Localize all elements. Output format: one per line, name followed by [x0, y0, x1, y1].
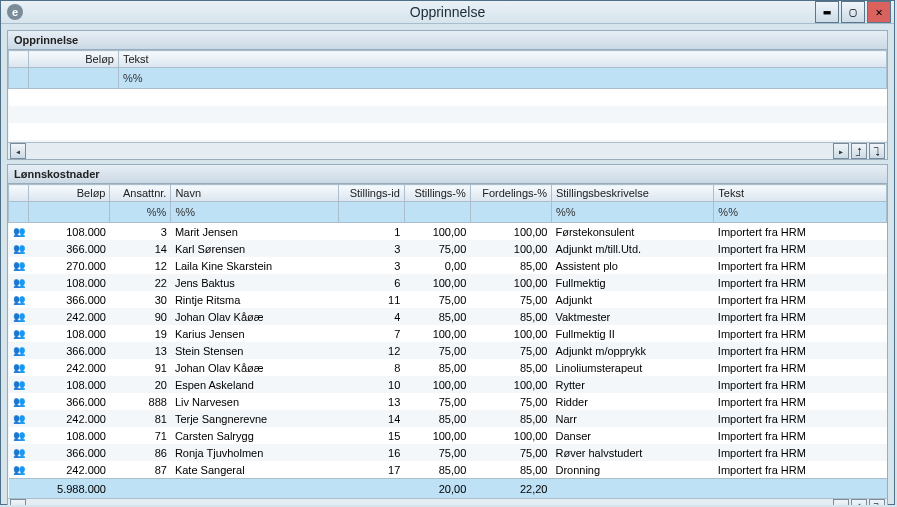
panel-opprinnelse: Opprinnelse Beløp Tekst — [7, 30, 888, 160]
persons-icon: 👥 — [9, 257, 29, 274]
col-header-tekst[interactable]: Tekst — [119, 51, 887, 68]
table-row[interactable]: 👥270.00012Laila Kine Skarstein30,0085,00… — [9, 257, 887, 274]
table-row — [9, 123, 887, 140]
col-header-fordelingspct[interactable]: Fordelings-% — [470, 185, 551, 202]
expand-down-icon[interactable]: ⮧ — [869, 143, 885, 159]
scroll-left-icon[interactable]: ◂ — [10, 499, 26, 505]
persons-icon: 👥 — [9, 410, 29, 427]
close-button[interactable]: ✕ — [867, 1, 891, 23]
table-row[interactable]: 👥108.00020Espen Askeland10100,00100,00Ry… — [9, 376, 887, 393]
persons-icon: 👥 — [9, 427, 29, 444]
panel-lonnskostnader: Lønnskostnader — [7, 164, 888, 505]
scroll-right-icon[interactable]: ▸ — [833, 499, 849, 505]
collapse-up-icon[interactable]: ⮥ — [851, 499, 867, 505]
content-wrap: Opprinnelse Beløp Tekst — [1, 24, 894, 505]
grid-opprinnelse-filter-row[interactable]: %% — [9, 68, 887, 89]
filter-belop[interactable] — [29, 68, 119, 89]
table-row[interactable]: 👥242.00087Kate Sangeral1785,0085,00Dronn… — [9, 461, 887, 479]
persons-icon: 👥 — [9, 376, 29, 393]
persons-icon: 👥 — [9, 274, 29, 291]
persons-icon: 👥 — [9, 342, 29, 359]
table-row — [9, 89, 887, 107]
persons-icon: 👥 — [9, 325, 29, 342]
table-row[interactable]: 👥366.00086Ronja Tjuvholmen1675,0075,00Rø… — [9, 444, 887, 461]
maximize-button[interactable]: ▢ — [841, 1, 865, 23]
grid-opprinnelse[interactable]: Beløp Tekst %% — [8, 50, 887, 142]
minimize-button[interactable]: ▬ — [815, 1, 839, 23]
panel-opprinnelse-title: Opprinnelse — [8, 31, 887, 50]
table-row[interactable]: 👥242.00081Terje Sangnerevne1485,0085,00N… — [9, 410, 887, 427]
scroll-right-icon[interactable]: ▸ — [833, 143, 849, 159]
col-header-navn[interactable]: Navn — [171, 185, 338, 202]
col-header-stillingsbeskrivelse[interactable]: Stillingsbeskrivelse — [551, 185, 713, 202]
persons-icon: 👥 — [9, 308, 29, 325]
table-row[interactable]: 👥366.00013Stein Stensen1275,0075,00Adjun… — [9, 342, 887, 359]
app-window: e Opprinnelse ▬ ▢ ✕ Opprinnelse Beløp — [0, 0, 895, 505]
persons-icon: 👥 — [9, 291, 29, 308]
col-header-ansattnr[interactable]: Ansattnr. — [110, 185, 171, 202]
col-header-icon[interactable] — [9, 51, 29, 68]
filter-tekst[interactable]: %% — [119, 68, 887, 89]
col-header-stillingspct[interactable]: Stillings-% — [404, 185, 470, 202]
table-row[interactable]: 👥108.00071Carsten Salrygg15100,00100,00D… — [9, 427, 887, 444]
grid-opprinnelse-header-row[interactable]: Beløp Tekst — [9, 51, 887, 68]
grid-lonnskostnader[interactable]: Beløp Ansattnr. Navn Stillings-id Stilli… — [8, 184, 887, 498]
table-row[interactable]: 👥366.000888Liv Narvesen1375,0075,00Ridde… — [9, 393, 887, 410]
table-row[interactable]: 👥108.00019Karius Jensen7100,00100,00Full… — [9, 325, 887, 342]
persons-icon: 👥 — [9, 240, 29, 257]
col-header-stillingsid[interactable]: Stillings-id — [338, 185, 404, 202]
col-header-belop[interactable]: Beløp — [29, 51, 119, 68]
hscrollbar-top[interactable]: ◂ ▸ ⮥ ⮧ — [8, 142, 887, 159]
window-title: Opprinnelse — [1, 4, 894, 20]
persons-icon: 👥 — [9, 223, 29, 241]
hscrollbar-bottom[interactable]: ◂ ▸ ⮥ ⮧ — [8, 498, 887, 505]
table-row[interactable]: 👥242.00090Johan Olav Kåøæ485,0085,00Vakt… — [9, 308, 887, 325]
grid-lonnskostnader-header-row[interactable]: Beløp Ansattnr. Navn Stillings-id Stilli… — [9, 185, 887, 202]
persons-icon: 👥 — [9, 393, 29, 410]
table-row[interactable]: 👥242.00091Johan Olav Kåøæ885,0085,00Lino… — [9, 359, 887, 376]
panel-lonnskostnader-title: Lønnskostnader — [8, 165, 887, 184]
table-row[interactable]: 👥366.00030Rintje Ritsma1175,0075,00Adjun… — [9, 291, 887, 308]
persons-icon: 👥 — [9, 444, 29, 461]
scroll-left-icon[interactable]: ◂ — [10, 143, 26, 159]
window-controls: ▬ ▢ ✕ — [815, 1, 894, 23]
table-row[interactable]: 👥366.00014Karl Sørensen375,00100,00Adjun… — [9, 240, 887, 257]
persons-icon: 👥 — [9, 359, 29, 376]
expand-down-icon[interactable]: ⮧ — [869, 499, 885, 505]
app-icon: e — [7, 4, 23, 20]
table-row[interactable]: 👥108.0003Marit Jensen1100,00100,00Første… — [9, 223, 887, 241]
persons-icon: 👥 — [9, 461, 29, 479]
collapse-up-icon[interactable]: ⮥ — [851, 143, 867, 159]
sum-row: 5.988.00020,0022,20 — [9, 479, 887, 499]
col-header-belop[interactable]: Beløp — [29, 185, 110, 202]
col-header-tekst[interactable]: Tekst — [714, 185, 887, 202]
grid-lonnskostnader-filter-row[interactable]: %%%%%%%% — [9, 202, 887, 223]
col-header-icon[interactable] — [9, 185, 29, 202]
titlebar[interactable]: e Opprinnelse ▬ ▢ ✕ — [1, 1, 894, 24]
table-row[interactable]: 👥108.00022Jens Baktus6100,00100,00Fullme… — [9, 274, 887, 291]
table-row — [9, 106, 887, 123]
